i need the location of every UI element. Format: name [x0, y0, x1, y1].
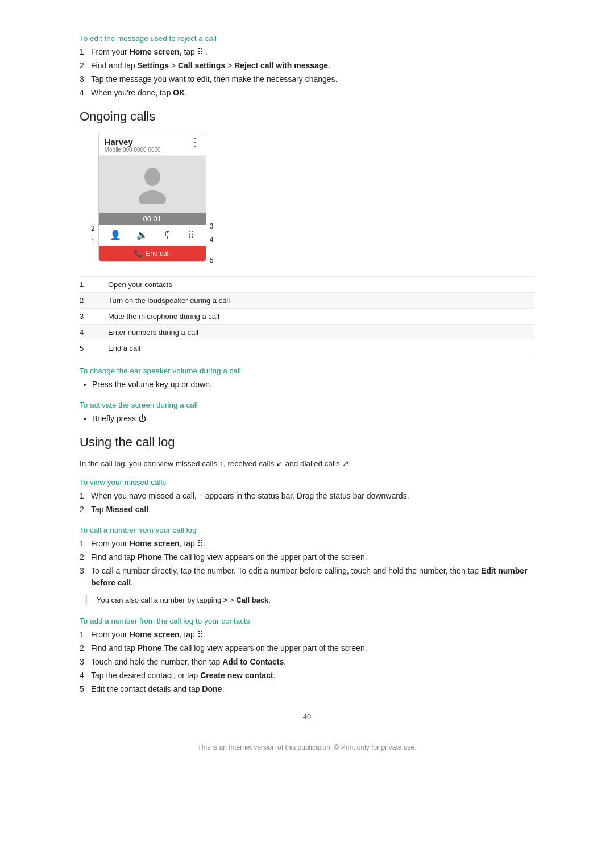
- list-item: 3 To call a number directly, tap the num…: [80, 565, 534, 589]
- mute-btn[interactable]: 🎙: [163, 230, 172, 241]
- add-number-heading: To add a number from the call log to you…: [80, 617, 534, 625]
- list-item: 1 From your Home screen, tap ⠿.: [80, 629, 534, 641]
- list-item: 2 Find and tap Settings > Call settings …: [80, 60, 534, 72]
- activate-screen-section: To activate the screen during a call Bri…: [80, 401, 534, 425]
- menu-dots-icon[interactable]: ⋮: [190, 137, 200, 147]
- activate-screen-bullets: Briefly press ⏻.: [92, 413, 534, 425]
- contacts-icon: 👤: [110, 230, 121, 240]
- annot-row-1: 1 Open your contacts: [80, 276, 534, 293]
- missed-calls-heading: To view your missed calls: [80, 478, 534, 487]
- phone-header: Harvey Mobile 000 0000 0000 ⋮: [99, 132, 206, 156]
- annot-row-5: 5 End a call: [80, 340, 534, 356]
- speaker-btn[interactable]: 🔈: [136, 230, 148, 241]
- warning-text: You can also call a number by tapping > …: [97, 595, 271, 606]
- add-number-steps: 1 From your Home screen, tap ⠿. 2 Find a…: [80, 629, 534, 695]
- annot-row-3: 3 Mute the microphone during a call: [80, 309, 534, 325]
- end-call-label: End call: [146, 250, 170, 258]
- ear-speaker-section: To change the ear speaker volume during …: [80, 367, 534, 391]
- list-item: 4 Tap the desired contact, or tap Create…: [80, 670, 534, 682]
- dialpad-btn[interactable]: ⠿: [188, 230, 194, 241]
- list-item: 4 When you're done, tap OK.: [80, 87, 534, 99]
- call-timer: 00:01: [99, 213, 206, 225]
- footer: This is an Internet version of this publ…: [80, 744, 534, 751]
- phone-screen: Harvey Mobile 000 0000 0000 ⋮ 00:01 👤: [98, 132, 206, 262]
- call-log-section: Using the call log In the call log, you …: [80, 435, 534, 695]
- call-log-intro: In the call log, you can view missed cal…: [80, 458, 534, 470]
- list-item: Briefly press ⏻.: [92, 413, 534, 425]
- left-labels: 2 1: [91, 132, 95, 249]
- activate-screen-heading: To activate the screen during a call: [80, 401, 534, 409]
- list-item: 3 Touch and hold the number, then tap Ad…: [80, 656, 534, 668]
- ear-speaker-bullets: Press the volume key up or down.: [92, 379, 534, 391]
- warning-block: ❕ You can also call a number by tapping …: [80, 595, 534, 607]
- page-number: 40: [80, 712, 534, 721]
- missed-icon: ↑: [219, 459, 223, 468]
- dialled-icon: ↗: [342, 459, 349, 468]
- ongoing-calls-heading: Ongoing calls: [80, 109, 534, 124]
- caller-name: Harvey: [105, 137, 161, 147]
- add-number-section: To add a number from the call log to you…: [80, 617, 534, 695]
- missed-call-icon: ↑: [199, 491, 203, 500]
- list-item: 2 Find and tap Phone.The call log view a…: [80, 551, 534, 563]
- call-number-heading: To call a number from your call log: [80, 526, 534, 534]
- call-number-steps: 1 From your Home screen, tap ⠿. 2 Find a…: [80, 538, 534, 589]
- right-labels: 3 4 5: [210, 132, 214, 267]
- dialpad-icon: ⠿: [188, 230, 194, 240]
- avatar-area: [99, 156, 206, 213]
- missed-calls-steps: 1 When you have missed a call, ↑ appears…: [80, 490, 534, 516]
- ongoing-calls-section: Ongoing calls 2 1 Harvey Mobile 000 0000…: [80, 109, 534, 356]
- call-controls: 👤 🔈 🎙 ⠿: [99, 225, 206, 246]
- list-item: Press the volume key up or down.: [92, 379, 534, 391]
- reject-call-heading: To edit the message used to reject a cal…: [80, 34, 534, 43]
- reject-call-section: To edit the message used to reject a cal…: [80, 34, 534, 99]
- speaker-icon: 🔈: [136, 230, 148, 240]
- mute-icon: 🎙: [163, 230, 172, 240]
- list-item: 1 From your Home screen, tap ⠿.: [80, 538, 534, 550]
- missed-calls-section: To view your missed calls 1 When you hav…: [80, 478, 534, 516]
- svg-point-1: [139, 190, 166, 204]
- call-log-heading: Using the call log: [80, 435, 534, 450]
- list-item: 5 Edit the contact details and tap Done.: [80, 683, 534, 695]
- annot-row-4: 4 Enter numbers during a call: [80, 325, 534, 340]
- call-number-section: To call a number from your call log 1 Fr…: [80, 526, 534, 607]
- avatar: [136, 164, 168, 204]
- received-icon: ↙: [276, 459, 283, 468]
- ear-speaker-heading: To change the ear speaker volume during …: [80, 367, 534, 375]
- svg-point-0: [144, 168, 160, 186]
- end-call-button[interactable]: 📞 End call: [99, 246, 206, 261]
- contacts-btn[interactable]: 👤: [110, 230, 121, 241]
- annotations-table: 1 Open your contacts 2 Turn on the louds…: [80, 276, 534, 356]
- warning-icon: ❕: [80, 595, 92, 607]
- list-item: 3 Tap the message you want to edit, then…: [80, 73, 534, 85]
- reject-call-steps: 1 From your Home screen, tap ⠿ . 2 Find …: [80, 46, 534, 99]
- end-call-icon: 📞: [134, 250, 143, 258]
- caller-number: Mobile 000 0000 0000: [105, 147, 161, 153]
- list-item: 1 When you have missed a call, ↑ appears…: [80, 490, 534, 502]
- list-item: 2 Find and tap Phone.The call log view a…: [80, 642, 534, 654]
- annot-row-2: 2 Turn on the loudspeaker during a call: [80, 293, 534, 309]
- list-item: 1 From your Home screen, tap ⠿ .: [80, 46, 534, 58]
- list-item: 2 Tap Missed call.: [80, 504, 534, 516]
